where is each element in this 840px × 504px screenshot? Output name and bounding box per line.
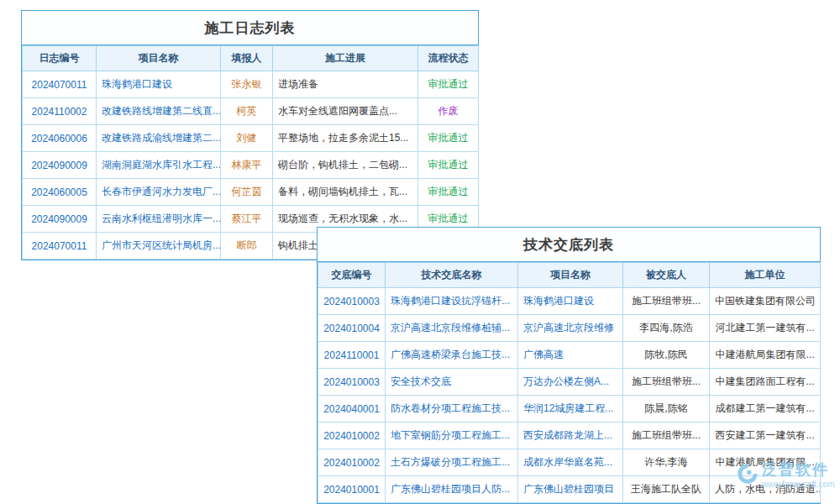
disclosure-name-cell[interactable]: 珠海鹤港口建设抗浮锚杆... [386, 288, 518, 315]
log-id-cell[interactable]: 2024060006 [23, 125, 97, 152]
log-id-cell[interactable]: 2024090009 [23, 152, 97, 179]
table-row[interactable]: 2024110002改建铁路线增建第二线直...柯英水车对全线遮阳网覆盖点...… [23, 98, 479, 125]
disclosure-id-cell[interactable]: 2024010001 [318, 476, 386, 503]
unit-cell: 中国铁建集团有限公司 [710, 288, 821, 315]
receiver-cell: 李四海,陈浩 [623, 315, 710, 342]
table-row[interactable]: 2024010002地下室钢筋分项工程施工...西安成都路龙湖上...施工班组带… [318, 423, 821, 449]
receiver-cell: 陈晨,陈铭 [623, 396, 710, 423]
col-header-status: 流程状态 [418, 46, 479, 71]
disclosure-id-cell[interactable]: 2024110001 [318, 342, 386, 369]
reporter-cell: 柯英 [221, 98, 273, 125]
construction-log-panel: 施工日志列表 日志编号 项目名称 填报人 施工进展 流程状态 202407001… [21, 10, 479, 260]
fanpu-watermark: 泛普软件 www.fanpusoft.com [736, 462, 835, 489]
col-header-receiver: 被交底人 [623, 263, 710, 288]
disclosure-name-cell[interactable]: 广东佛山碧桂园项目人防... [386, 476, 518, 503]
project-name-cell[interactable]: 华润12城房建工程... [518, 396, 623, 423]
disclosure-id-cell[interactable]: 2024040001 [318, 396, 386, 423]
receiver-cell: 许华,李海 [623, 449, 710, 476]
unit-cell: 中建港航局集团有限... [710, 342, 821, 369]
status-cell: 审批通过 [418, 152, 479, 179]
table-row[interactable]: 2024060005长春市伊通河水力发电厂...何芷茵备料，砌间墙钩机排土，瓦.… [23, 179, 479, 206]
log-id-cell[interactable]: 2024070011 [23, 71, 97, 98]
unit-cell: 河北建工第一建筑有... [710, 315, 821, 342]
progress-cell: 备料，砌间墙钩机排土，瓦... [273, 179, 418, 206]
disclosure-name-cell[interactable]: 安全技术交底 [386, 369, 518, 396]
receiver-cell: 施工班组带班... [623, 288, 710, 315]
disclosure-name-cell[interactable]: 土石方爆破分项工程施工... [386, 449, 518, 476]
disclosure-name-cell[interactable]: 地下室钢筋分项工程施工... [386, 423, 518, 449]
col-header-reporter: 填报人 [221, 46, 273, 71]
status-cell: 审批通过 [418, 179, 479, 206]
unit-cell: 成都建工第一建筑有... [710, 396, 821, 423]
project-name-cell[interactable]: 云南水利枢纽潜明水库一... [97, 206, 221, 233]
fanpu-site-text: www.fanpusoft.com [762, 480, 835, 489]
disclosure-name-cell[interactable]: 防水卷材分项工程施工技... [386, 396, 518, 423]
project-name-cell[interactable]: 改建铁路成渝线增建第二... [97, 125, 221, 152]
project-name-cell[interactable]: 长春市伊通河水力发电厂... [97, 179, 221, 206]
unit-cell: 中建集团路面工程有... [710, 369, 821, 396]
table-row[interactable]: 2024010003珠海鹤港口建设抗浮锚杆...珠海鹤港口建设施工班组带班...… [318, 288, 821, 315]
col-header-project-name: 项目名称 [97, 46, 221, 71]
construction-log-header: 日志编号 项目名称 填报人 施工进展 流程状态 [23, 46, 479, 71]
table-row[interactable]: 2024010003安全技术交底万达办公楼左侧A...施工班组带班...中建集团… [318, 369, 821, 396]
receiver-cell: 施工班组带班... [623, 369, 710, 396]
table-row[interactable]: 2024060006改建铁路成渝线增建第二...刘健平整场地，拉走多余泥土15.… [23, 125, 479, 152]
status-cell: 作废 [418, 98, 479, 125]
log-id-cell[interactable]: 2024090009 [23, 206, 97, 233]
progress-cell: 进场准备 [273, 71, 418, 98]
log-id-cell[interactable]: 2024060005 [23, 179, 97, 206]
construction-log-title: 施工日志列表 [22, 11, 478, 45]
reporter-cell: 蔡江平 [221, 206, 273, 233]
project-name-cell[interactable]: 广东佛山碧桂园项目 [518, 476, 623, 503]
disclosure-id-cell[interactable]: 2024010002 [318, 423, 386, 449]
progress-cell: 砌台阶，钩机排土，二包砌... [273, 152, 418, 179]
log-id-cell[interactable]: 2024110002 [23, 98, 97, 125]
project-name-cell[interactable]: 珠海鹤港口建设 [97, 71, 221, 98]
table-row[interactable]: 2024110001广佛高速桥梁承台施工技...广佛高速陈牧,陈民中建港航局集团… [318, 342, 821, 369]
project-name-cell[interactable]: 广佛高速 [518, 342, 623, 369]
project-name-cell[interactable]: 西安成都路龙湖上... [518, 423, 623, 449]
col-header-disclosure-id: 交底编号 [318, 263, 386, 288]
status-cell: 审批通过 [418, 71, 479, 98]
unit-cell: 西安建工第一建筑有... [710, 423, 821, 449]
project-name-cell[interactable]: 万达办公楼左侧A... [518, 369, 623, 396]
disclosure-id-cell[interactable]: 2024010004 [318, 315, 386, 342]
fanpu-brand-text: 泛普软件 [762, 462, 835, 479]
technical-disclosure-title: 技术交底列表 [318, 228, 820, 262]
fanpu-logo-icon [736, 462, 759, 486]
col-header-unit: 施工单位 [710, 263, 821, 288]
col-header-disclosure-name: 技术交底名称 [386, 263, 518, 288]
progress-cell: 水车对全线遮阳网覆盖点... [273, 98, 418, 125]
disclosure-id-cell[interactable]: 2024010002 [318, 449, 386, 476]
disclosure-name-cell[interactable]: 广佛高速桥梁承台施工技... [386, 342, 518, 369]
progress-cell: 平整场地，拉走多余泥土15... [273, 125, 418, 152]
receiver-cell: 陈牧,陈民 [623, 342, 710, 369]
project-name-cell[interactable]: 成都水岸华庭名苑... [518, 449, 623, 476]
reporter-cell: 刘健 [221, 125, 273, 152]
receiver-cell: 王海施工队全队 [623, 476, 710, 503]
receiver-cell: 施工班组带班... [623, 423, 710, 449]
project-name-cell[interactable]: 京沪高速北京段维修 [518, 315, 623, 342]
table-row[interactable]: 2024090009湖南洞庭湖水库引水工程...林康平砌台阶，钩机排土，二包砌.… [23, 152, 479, 179]
disclosure-id-cell[interactable]: 2024010003 [318, 369, 386, 396]
project-name-cell[interactable]: 珠海鹤港口建设 [518, 288, 623, 315]
disclosure-name-cell[interactable]: 京沪高速北京段维修桩辅... [386, 315, 518, 342]
col-header-log-id: 日志编号 [23, 46, 97, 71]
reporter-cell: 何芷茵 [221, 179, 273, 206]
disclosure-id-cell[interactable]: 2024010003 [318, 288, 386, 315]
status-cell: 审批通过 [418, 125, 479, 152]
table-row[interactable]: 2024040001防水卷材分项工程施工技...华润12城房建工程...陈晨,陈… [318, 396, 821, 423]
table-row[interactable]: 2024070011珠海鹤港口建设张永银进场准备审批通过 [23, 71, 479, 98]
reporter-cell: 张永银 [221, 71, 273, 98]
reporter-cell: 林康平 [221, 152, 273, 179]
technical-disclosure-header: 交底编号 技术交底名称 项目名称 被交底人 施工单位 [318, 263, 821, 288]
reporter-cell: 断郎 [221, 233, 273, 260]
col-header-project-name: 项目名称 [518, 263, 623, 288]
project-name-cell[interactable]: 广州市天河区统计局机房... [97, 233, 221, 260]
table-row[interactable]: 2024010004京沪高速北京段维修桩辅...京沪高速北京段维修李四海,陈浩河… [318, 315, 821, 342]
col-header-progress: 施工进展 [273, 46, 418, 71]
project-name-cell[interactable]: 改建铁路线增建第二线直... [97, 98, 221, 125]
project-name-cell[interactable]: 湖南洞庭湖水库引水工程... [97, 152, 221, 179]
log-id-cell[interactable]: 2024070011 [23, 233, 97, 260]
